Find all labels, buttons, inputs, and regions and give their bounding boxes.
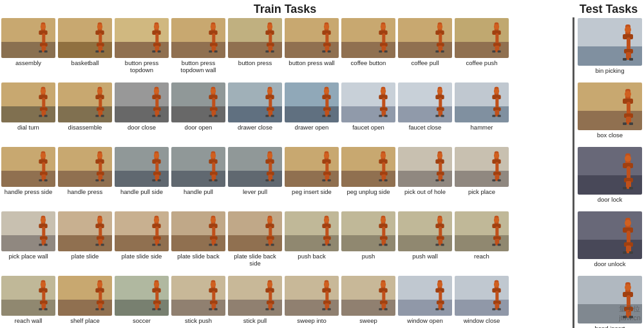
task-thumbnail xyxy=(285,147,339,187)
svg-point-207 xyxy=(437,153,442,158)
headers-row: Train Tasks Test Tasks xyxy=(0,0,644,17)
task-cell: push xyxy=(340,211,397,275)
svg-point-391 xyxy=(625,220,631,226)
task-label: pick out of hole xyxy=(398,188,452,202)
svg-rect-69 xyxy=(492,50,495,52)
task-thumbnail xyxy=(228,211,282,251)
task-thumbnail xyxy=(285,276,339,316)
task-thumbnail xyxy=(171,82,225,122)
svg-point-63 xyxy=(437,24,442,29)
svg-rect-30 xyxy=(214,50,218,52)
svg-rect-397 xyxy=(623,316,627,318)
task-label: push wall xyxy=(398,253,452,267)
task-thumbnail xyxy=(398,276,452,316)
svg-point-383 xyxy=(625,155,631,162)
svg-rect-126 xyxy=(384,115,388,117)
task-thumbnail xyxy=(341,276,395,316)
svg-rect-333 xyxy=(322,308,325,310)
svg-rect-198 xyxy=(384,179,388,181)
svg-rect-214 xyxy=(498,179,501,181)
task-label: hand insert xyxy=(578,325,642,328)
task-label: faucet open xyxy=(341,124,395,138)
task-thumbnail xyxy=(285,18,339,58)
svg-point-279 xyxy=(437,217,442,222)
svg-rect-398 xyxy=(629,316,633,318)
task-cell: handle pull xyxy=(170,146,227,211)
svg-point-231 xyxy=(97,217,102,222)
svg-rect-102 xyxy=(214,115,218,117)
svg-point-135 xyxy=(437,89,442,94)
svg-point-23 xyxy=(154,24,159,29)
task-thumbnail xyxy=(228,276,282,316)
svg-point-31 xyxy=(211,24,216,29)
task-cell: faucet open xyxy=(340,82,397,146)
svg-point-87 xyxy=(97,89,102,94)
svg-point-111 xyxy=(267,89,272,94)
task-thumbnail xyxy=(58,276,112,316)
svg-rect-29 xyxy=(209,50,212,52)
section-divider xyxy=(573,17,574,328)
svg-rect-6 xyxy=(44,50,48,52)
task-thumbnail xyxy=(171,147,225,187)
task-label: door unlock xyxy=(578,260,642,275)
svg-point-119 xyxy=(324,89,329,94)
task-thumbnail xyxy=(398,82,452,122)
task-thumbnail xyxy=(578,276,642,323)
task-thumbnail xyxy=(171,276,225,316)
task-label: button press topdown xyxy=(115,59,169,74)
svg-rect-149 xyxy=(39,179,42,181)
svg-point-151 xyxy=(41,153,46,158)
task-cell: pick out of hole xyxy=(397,146,453,211)
svg-rect-341 xyxy=(379,308,382,310)
svg-rect-174 xyxy=(214,179,218,181)
task-label: assembly xyxy=(1,59,55,73)
task-cell: coffee button xyxy=(340,17,397,82)
svg-rect-358 xyxy=(498,308,501,310)
task-label: plate slide back side xyxy=(228,253,282,267)
svg-rect-318 xyxy=(214,308,218,310)
svg-rect-213 xyxy=(492,179,495,181)
svg-rect-70 xyxy=(498,50,501,52)
task-cell: door lock xyxy=(576,146,644,211)
main-container: Train Tasks Test Tasks assembly basketba… xyxy=(0,0,644,328)
svg-rect-309 xyxy=(152,308,155,310)
task-cell: plate slide back xyxy=(170,211,227,275)
task-thumbnail xyxy=(455,276,509,316)
svg-rect-294 xyxy=(44,308,48,310)
svg-point-271 xyxy=(381,217,386,222)
svg-point-311 xyxy=(154,282,159,287)
task-cell: reach xyxy=(453,211,510,275)
svg-rect-158 xyxy=(101,179,104,181)
task-cell: shelf place xyxy=(57,275,113,328)
svg-point-303 xyxy=(97,282,102,287)
svg-rect-21 xyxy=(152,50,155,52)
task-cell: dial turn xyxy=(0,82,57,146)
task-thumbnail xyxy=(58,18,112,58)
task-thumbnail xyxy=(1,276,55,316)
task-label: coffee push xyxy=(455,59,509,73)
svg-rect-22 xyxy=(158,50,161,52)
task-thumbnail xyxy=(341,18,395,58)
svg-point-71 xyxy=(494,24,499,29)
task-thumbnail xyxy=(115,82,169,122)
task-thumbnail xyxy=(398,147,452,187)
task-thumbnail xyxy=(171,18,225,58)
task-thumbnail xyxy=(115,147,169,187)
task-cell: plate slide xyxy=(57,211,113,275)
task-label: stick push xyxy=(171,317,225,328)
svg-point-239 xyxy=(154,217,159,222)
task-cell: handle press xyxy=(57,146,113,211)
task-thumbnail xyxy=(58,147,112,187)
task-cell: push back xyxy=(283,211,340,275)
task-thumbnail xyxy=(455,147,509,187)
task-label: push xyxy=(341,253,395,267)
task-thumbnail xyxy=(398,18,452,58)
svg-rect-61 xyxy=(435,50,439,52)
svg-rect-222 xyxy=(44,244,48,246)
task-thumbnail xyxy=(115,211,169,251)
svg-rect-237 xyxy=(152,244,155,246)
task-cell: soccer xyxy=(113,275,170,328)
task-label: handle pull side xyxy=(115,188,169,202)
svg-point-367 xyxy=(625,26,631,33)
svg-rect-229 xyxy=(95,244,99,246)
